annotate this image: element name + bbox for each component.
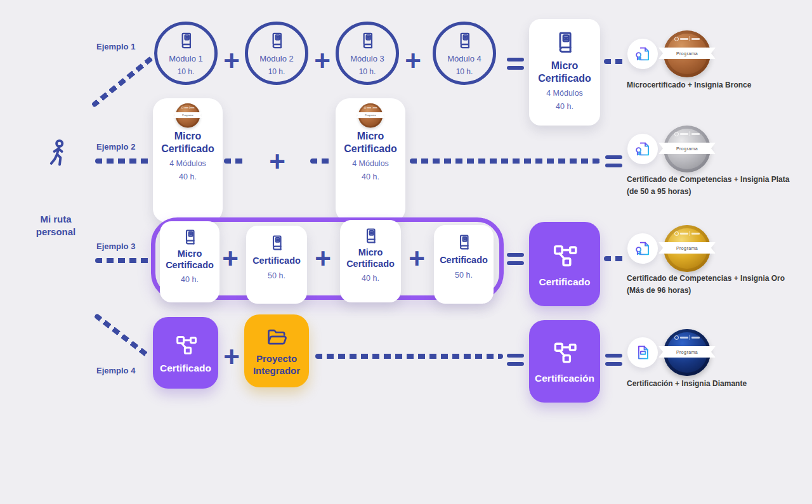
badge-logo [674, 335, 700, 340]
certificate-seal-icon [627, 39, 658, 69]
mini-insignia-bronce-badge: Programa [176, 103, 200, 127]
badge-ribbon-text: Programa [676, 350, 698, 354]
long-connector-dash [410, 158, 600, 164]
badge-ribbon: Programa [658, 346, 716, 358]
module-hours: 10 h. [456, 67, 473, 76]
plus-sign: + [221, 47, 242, 75]
book-icon [180, 228, 199, 247]
micro-certificado-card: Programa Micro Certificado 4 Módulos 40 … [153, 98, 223, 223]
plus-sign: + [266, 148, 288, 176]
certificate-seal-icon [627, 134, 658, 164]
ejemplo4-connector-dash [94, 313, 150, 358]
card-sub-hours: 40 h. [179, 172, 197, 181]
badge-ribbon: Programa [173, 112, 203, 118]
badge-logo [674, 231, 700, 236]
badge-ribbon: Programa [658, 143, 716, 154]
connector-dash [224, 158, 246, 164]
badge-ribbon-text: Programa [182, 114, 193, 117]
award-caption: Microcertificado + Insignia Bronce [627, 79, 799, 91]
card-hours: 40 h. [181, 275, 199, 284]
ejemplo3-label: Ejemplo 3 [96, 242, 135, 251]
card-hours: 40 h. [362, 274, 379, 283]
card-sub-modules: 4 Módulos [546, 89, 583, 98]
card-title: Proyecto Integrador [244, 353, 309, 377]
ejemplo2-label: Ejemplo 2 [96, 142, 135, 152]
badge-ribbon-text: Programa [676, 246, 698, 250]
card-sub-hours: 40 h. [556, 102, 573, 111]
card-title: Micro Certificado [336, 130, 405, 155]
micro-certificado-card: Micro Certificado 4 Módulos 40 h. [529, 19, 600, 126]
proyecto-integrador-card: Proyecto Integrador [244, 314, 309, 387]
module-3-circle: Módulo 3 10 h. [336, 22, 399, 85]
book-icon [454, 30, 475, 51]
badge-ribbon: Programa [658, 48, 716, 59]
module-1-circle: Módulo 1 10 h. [154, 22, 218, 85]
badge-logo [674, 131, 700, 136]
book-icon [357, 30, 377, 51]
card-sub-modules: 4 Módulos [169, 159, 206, 168]
equals-sign [507, 354, 524, 366]
connector-dash [310, 158, 331, 164]
card-sub-modules: 4 Módulos [352, 159, 389, 168]
card-title: Certificación [535, 373, 594, 384]
equals-sign [605, 155, 622, 167]
plus-sign: + [402, 47, 424, 75]
book-icon [267, 233, 286, 252]
certificate-document-icon [627, 337, 658, 368]
book-icon [454, 233, 473, 252]
diagram-canvas: Ejemplo 1 Módulo 1 10 h. + Módulo 2 10 h… [0, 0, 812, 504]
badge-ribbon-text: Programa [676, 51, 698, 56]
insignia-diamante-badge: Programa [664, 329, 710, 382]
module-title: Módulo 1 [169, 54, 202, 63]
card-title: Micro Certificado [340, 247, 401, 269]
certificado-card: Certificado 50 h. [434, 225, 494, 304]
plus-sign: + [221, 343, 242, 371]
micro-certificado-card: Micro Certificado 40 h. [340, 220, 401, 302]
plus-sign: + [406, 245, 428, 273]
pathway-nodes-icon [551, 339, 579, 366]
badge-logo [181, 107, 195, 109]
ejemplo3-dash [95, 258, 151, 263]
insignia-oro-badge: Programa [664, 225, 710, 278]
mi-ruta-personal-label: Mi ruta personal [29, 213, 82, 239]
certificate-seal-icon [627, 233, 658, 264]
card-title: Micro Certificado [153, 130, 223, 155]
card-title: Certificado [539, 276, 591, 288]
award-caption: Certificación + Insignia Diamante [627, 378, 799, 390]
pathway-nodes-icon [550, 241, 579, 270]
card-hours: 50 h. [268, 271, 285, 280]
equals-sign [605, 354, 622, 366]
book-icon [361, 226, 380, 245]
card-title: Certificado [440, 255, 488, 266]
badge-logo [364, 107, 377, 109]
result-dash [604, 59, 625, 64]
module-title: Módulo 3 [350, 54, 384, 63]
book-icon [551, 29, 578, 56]
ejemplo4-label: Ejemplo 4 [96, 366, 135, 375]
result-dash [604, 256, 625, 261]
mini-insignia-bronce-badge: Programa [358, 103, 383, 127]
module-4-circle: Módulo 4 10 h. [433, 22, 496, 85]
pathway-nodes-icon [173, 332, 199, 358]
ejemplo1-label: Ejemplo 1 [96, 42, 135, 51]
award-caption: Certificado de Competencias + Insignia O… [627, 273, 799, 296]
insignia-plata-badge: Programa [664, 126, 710, 179]
card-sub-hours: 40 h. [362, 172, 379, 181]
card-hours: 50 h. [455, 271, 473, 280]
badge-logo [674, 36, 700, 41]
insignia-bronce-badge: Programa [664, 30, 710, 84]
badge-ribbon: Programa [356, 112, 386, 118]
module-hours: 10 h. [268, 67, 285, 76]
certificado-card: Certificado 50 h. [246, 226, 307, 304]
module-hours: 10 h. [359, 67, 376, 76]
certificado-purple-card: Certificado [153, 317, 218, 389]
folder-icon [265, 325, 288, 348]
plus-sign: + [312, 245, 334, 273]
card-title: Certificado [252, 255, 301, 267]
book-icon [266, 30, 287, 51]
ejemplo1-connector-dash [91, 56, 154, 108]
equals-sign [507, 253, 524, 265]
card-title: Micro Certificado [529, 60, 600, 84]
card-title: Micro Certificado [160, 249, 219, 271]
long-connector-dash [315, 354, 503, 359]
